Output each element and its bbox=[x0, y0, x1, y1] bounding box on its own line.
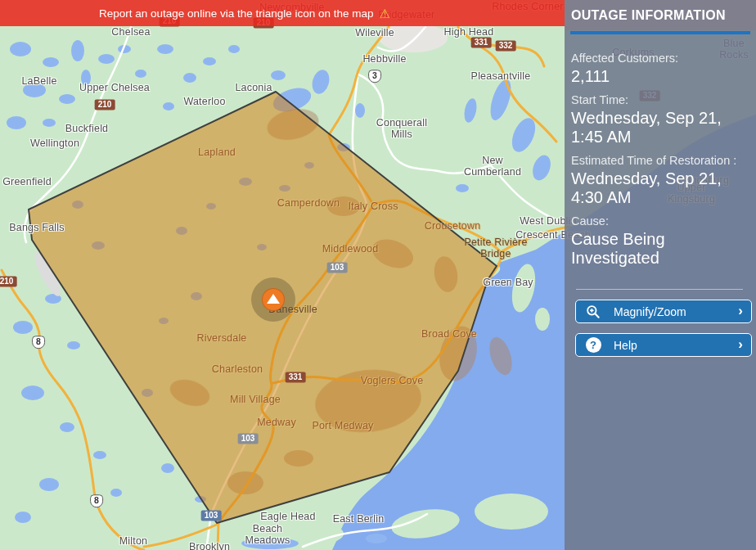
coastal-green-2 bbox=[475, 494, 548, 530]
start-time-label: Start Time: bbox=[571, 93, 749, 106]
panel-header: OUTAGE INFORMATION bbox=[565, 0, 756, 30]
banner-text: Report an outage online via the triangle… bbox=[99, 7, 373, 20]
triangle-icon bbox=[267, 294, 280, 304]
outage-information-panel: OUTAGE INFORMATION Affected Customers: 2… bbox=[565, 0, 756, 550]
restoration-time-value: Wednesday, Sep 21, 4:30 AM bbox=[571, 169, 749, 207]
outage-map-app: NewcombvilleBridgewaterRhodes CornerChel… bbox=[0, 0, 756, 550]
start-time-value: Wednesday, Sep 21, 1:45 AM bbox=[571, 109, 749, 147]
cause-label: Cause: bbox=[571, 214, 749, 228]
affected-customers-label: Affected Customers: bbox=[571, 52, 749, 65]
panel-body: Affected Customers: 2,111 Start Time: We… bbox=[565, 34, 756, 357]
section-divider bbox=[576, 289, 743, 290]
inlet bbox=[366, 534, 387, 543]
inlet-2 bbox=[241, 538, 299, 549]
chevron-right-icon: › bbox=[738, 337, 743, 351]
chevron-right-icon: › bbox=[738, 304, 743, 318]
cause-value: Cause Being Investigated bbox=[571, 230, 749, 268]
coastal-green bbox=[535, 308, 550, 331]
help-button[interactable]: ? Help › bbox=[575, 333, 752, 357]
magnify-zoom-label: Magnify/Zoom bbox=[614, 305, 686, 318]
panel-title: OUTAGE INFORMATION bbox=[571, 8, 726, 23]
report-outage-banner[interactable]: Report an outage online via the triangle… bbox=[0, 0, 565, 26]
affected-customers-value: 2,111 bbox=[571, 67, 749, 86]
restoration-time-label: Estimated Time of Restoration : bbox=[571, 154, 749, 167]
question-mark-icon: ? bbox=[585, 337, 601, 354]
help-label: Help bbox=[614, 339, 637, 352]
magnify-zoom-button[interactable]: Magnify/Zoom › bbox=[575, 300, 752, 323]
magnifier-plus-icon bbox=[585, 304, 601, 320]
warning-triangle-icon: ⚠ bbox=[380, 7, 390, 20]
